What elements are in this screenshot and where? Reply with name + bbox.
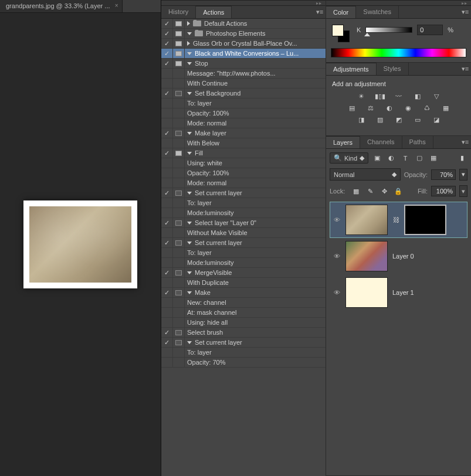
filter-pixel-icon[interactable]: ▣ <box>372 153 382 164</box>
action-toggle-check[interactable] <box>161 168 173 178</box>
action-dialog-toggle[interactable] <box>173 49 185 58</box>
action-toggle-check[interactable] <box>161 198 173 208</box>
chevron-down-icon[interactable] <box>187 62 192 65</box>
layer-mask-thumbnail[interactable] <box>404 205 446 235</box>
layer-filter-kind[interactable]: 🔍 Kind ◆ <box>330 152 368 164</box>
action-row[interactable]: Opacity: 100% <box>161 108 326 118</box>
action-toggle-check[interactable]: ✓ <box>161 29 173 38</box>
action-row[interactable]: With Below <box>161 138 326 148</box>
layer-row[interactable]: 👁Layer 0 <box>330 238 467 274</box>
panel-menu-icon[interactable]: ▾≡ <box>459 63 471 75</box>
action-dialog-toggle[interactable] <box>173 328 185 337</box>
action-toggle-check[interactable] <box>161 98 173 108</box>
action-toggle-check[interactable] <box>161 118 173 128</box>
canvas-area[interactable] <box>0 13 161 476</box>
action-dialog-toggle[interactable] <box>173 79 185 88</box>
action-row[interactable]: ✓Set current layer <box>161 338 326 348</box>
action-toggle-check[interactable]: ✓ <box>161 268 173 277</box>
close-icon[interactable]: × <box>115 2 118 9</box>
action-dialog-toggle[interactable] <box>173 248 185 257</box>
filter-adjustment-icon[interactable]: ◐ <box>386 153 397 164</box>
lock-position-icon[interactable]: ✥ <box>379 186 389 196</box>
action-toggle-check[interactable] <box>161 69 173 78</box>
action-dialog-toggle[interactable] <box>173 198 185 208</box>
opacity-input[interactable]: 70% <box>431 169 456 180</box>
action-dialog-toggle[interactable] <box>173 138 185 148</box>
action-toggle-check[interactable] <box>161 158 173 168</box>
document-tab[interactable]: grandparents.jpg @ 33.3% (Layer ... × <box>0 0 123 12</box>
vibrance-icon[interactable]: ▽ <box>431 92 442 100</box>
invert-icon[interactable]: ◨ <box>356 115 367 124</box>
layer-thumbnail[interactable] <box>345 205 388 235</box>
posterize-icon[interactable]: ▨ <box>375 115 385 124</box>
action-row[interactable]: Mode: normal <box>161 178 326 188</box>
action-row[interactable]: Mode:luminosity <box>161 258 326 268</box>
action-row[interactable]: ✓Black and White Conversions – Lu... <box>161 49 326 59</box>
action-dialog-toggle[interactable] <box>173 308 185 317</box>
action-row[interactable]: ✓Set current layer <box>161 238 326 248</box>
chevron-down-icon[interactable] <box>187 52 192 55</box>
action-toggle-check[interactable] <box>161 348 173 357</box>
action-dialog-toggle[interactable] <box>173 208 185 217</box>
fill-input[interactable]: 100% <box>431 186 456 196</box>
action-toggle-check[interactable] <box>161 208 173 217</box>
chevron-down-icon[interactable] <box>187 341 192 344</box>
k-slider[interactable] <box>365 27 412 33</box>
action-row[interactable]: ✓Fill <box>161 148 326 158</box>
action-dialog-toggle[interactable] <box>173 348 185 357</box>
action-dialog-toggle[interactable] <box>173 98 185 108</box>
action-row[interactable]: New: channel <box>161 298 326 308</box>
hue-sat-icon[interactable]: ▤ <box>347 104 357 112</box>
chevron-down-icon[interactable] <box>187 192 192 195</box>
action-toggle-check[interactable]: ✓ <box>161 328 173 337</box>
actions-list[interactable]: ✓Default Actions✓Photoshop Elements✓Glas… <box>161 19 326 476</box>
action-dialog-toggle[interactable] <box>173 228 185 237</box>
action-row[interactable]: To: layer <box>161 98 326 108</box>
tab-layers[interactable]: Layers <box>326 136 360 148</box>
action-toggle-check[interactable] <box>161 298 173 307</box>
spectrum-picker[interactable] <box>331 48 466 57</box>
action-row[interactable]: ✓Select brush <box>161 328 326 338</box>
color-balance-icon[interactable]: ⚖ <box>365 104 376 112</box>
action-toggle-check[interactable]: ✓ <box>161 218 173 227</box>
action-row[interactable]: Message: "http://www.photos... <box>161 69 326 79</box>
chevron-down-icon[interactable] <box>187 271 192 274</box>
action-dialog-toggle[interactable] <box>173 338 185 347</box>
action-row[interactable]: ✓Set Background <box>161 89 326 98</box>
action-row[interactable]: ✓Glass Orb or Crystal Ball-Place Ov... <box>161 39 326 49</box>
action-dialog-toggle[interactable] <box>173 168 185 178</box>
lock-all-icon[interactable]: 🔒 <box>393 186 404 196</box>
action-dialog-toggle[interactable] <box>173 278 185 287</box>
action-toggle-check[interactable] <box>161 178 173 188</box>
action-toggle-check[interactable]: ✓ <box>161 238 173 247</box>
chevron-down-icon[interactable] <box>187 32 192 35</box>
action-dialog-toggle[interactable] <box>173 218 185 227</box>
action-toggle-check[interactable] <box>161 318 173 327</box>
action-row[interactable]: ✓MergeVisible <box>161 268 326 278</box>
chevron-down-icon[interactable] <box>187 152 192 155</box>
layer-row[interactable]: 👁Layer 1 <box>330 274 467 311</box>
action-row[interactable]: With Continue <box>161 79 326 89</box>
filter-smart-icon[interactable]: ▦ <box>428 153 439 164</box>
action-row[interactable]: ✓Photoshop Elements <box>161 29 326 39</box>
tab-adjustments[interactable]: Adjustments <box>326 63 377 75</box>
chevron-down-icon[interactable] <box>187 242 192 244</box>
action-toggle-check[interactable] <box>161 308 173 317</box>
link-icon[interactable]: ⛓ <box>392 216 399 223</box>
exposure-icon[interactable]: ◧ <box>412 92 423 100</box>
levels-icon[interactable]: ▮▯▮ <box>375 92 385 100</box>
chevron-down-icon[interactable] <box>187 291 192 294</box>
color-lookup-icon[interactable]: ▦ <box>440 104 451 112</box>
action-dialog-toggle[interactable] <box>173 118 185 128</box>
action-dialog-toggle[interactable] <box>173 288 185 297</box>
action-toggle-check[interactable]: ✓ <box>161 128 173 138</box>
bw-icon[interactable]: ◐ <box>384 104 395 112</box>
action-toggle-check[interactable] <box>161 278 173 287</box>
action-dialog-toggle[interactable] <box>173 69 185 78</box>
tab-paths[interactable]: Paths <box>402 136 433 148</box>
action-row[interactable]: ✓Select layer "Layer 0" <box>161 218 326 228</box>
curves-icon[interactable]: 〰 <box>394 92 404 100</box>
action-toggle-check[interactable] <box>161 258 173 267</box>
channel-mixer-icon[interactable]: ♺ <box>422 104 432 112</box>
action-row[interactable]: Mode: normal <box>161 118 326 128</box>
